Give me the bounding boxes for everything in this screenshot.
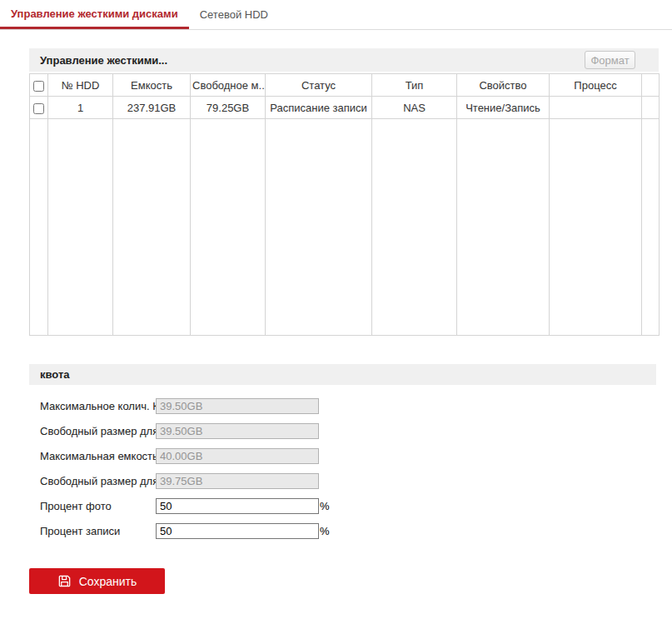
quota-label: Максимальная емкость... [29, 450, 156, 462]
property-cell: Чтение/Запись [457, 97, 550, 119]
col-property: Свойство [457, 74, 550, 97]
max-record-quota-input [156, 448, 319, 464]
save-button-label: Сохранить [79, 575, 137, 588]
quota-panel: квота Максимальное колич. К... Свободный… [29, 364, 656, 543]
quota-row-max-record: Максимальная емкость... [29, 443, 656, 468]
hdd-number-cell: 1 [48, 97, 113, 119]
col-hdd-number: № HDD [48, 74, 113, 97]
quota-label: Процент записи [29, 525, 156, 537]
free-space-cell: 79.25GB [191, 97, 266, 119]
quota-fields: Максимальное колич. К... Свободный разме… [29, 385, 656, 543]
quota-row-max-picture: Максимальное колич. К... [29, 393, 656, 418]
tab-net-hdd[interactable]: Сетевой HDD [189, 0, 279, 29]
col-status: Статус [266, 74, 372, 97]
quota-panel-header: квота [29, 364, 656, 385]
quota-row-free-record: Свободный размер для... [29, 468, 656, 493]
max-picture-quota-input [156, 398, 319, 414]
select-all-cell [30, 74, 48, 97]
select-all-checkbox[interactable] [33, 81, 44, 92]
free-picture-quota-input [156, 423, 319, 439]
tab-hdd-management-label: Управление жесткими дисками [11, 7, 178, 20]
hdd-table-row[interactable]: 1 237.91GB 79.25GB Расписание записи NAS… [30, 97, 660, 119]
col-type: Тип [372, 74, 457, 97]
tab-bar: Управление жесткими дисками Сетевой HDD [0, 0, 672, 30]
quota-label: Процент фото [29, 500, 156, 512]
col-free-space: Свободное м... [191, 74, 266, 97]
percent-sign: % [320, 525, 330, 537]
hdd-settings-page: Управление жесткими дисками Сетевой HDD … [0, 0, 672, 619]
quota-row-picture-percent: Процент фото % [29, 493, 656, 518]
quota-label: Свободный размер для... [29, 425, 156, 437]
picture-percent-input[interactable] [156, 498, 319, 514]
hdd-table-header-row: № HDD Емкость Свободное м... Статус Тип … [30, 74, 660, 97]
hdd-table-empty-area [30, 119, 660, 336]
hdd-table: № HDD Емкость Свободное м... Статус Тип … [29, 73, 660, 336]
percent-sign: % [320, 500, 330, 512]
tab-net-hdd-label: Сетевой HDD [200, 8, 268, 21]
quota-label: Максимальное колич. К... [29, 400, 156, 412]
quota-panel-title: квота [29, 368, 70, 381]
hdd-panel-header: Управление жесткими... Формат [29, 48, 659, 72]
status-cell: Расписание записи [266, 97, 372, 119]
quota-label: Свободный размер для... [29, 475, 156, 487]
save-button[interactable]: Сохранить [29, 568, 165, 594]
col-capacity: Емкость [113, 74, 191, 97]
progress-cell [550, 97, 642, 119]
row-checkbox[interactable] [33, 103, 44, 114]
tab-hdd-management[interactable]: Управление жесткими дисками [0, 0, 189, 29]
col-extra [642, 74, 660, 97]
save-icon [57, 574, 72, 588]
hdd-panel-title: Управление жесткими... [29, 54, 167, 67]
record-percent-input[interactable] [156, 523, 319, 539]
col-progress: Процесс [550, 74, 642, 97]
free-record-quota-input [156, 473, 319, 489]
quota-row-free-picture: Свободный размер для... [29, 418, 656, 443]
extra-cell [642, 97, 660, 119]
quota-row-record-percent: Процент записи % [29, 518, 656, 543]
hdd-management-panel: Управление жесткими... Формат № HDD Емко… [29, 48, 659, 336]
type-cell: NAS [372, 97, 457, 119]
format-button[interactable]: Формат [585, 51, 635, 69]
row-select-cell [30, 97, 48, 119]
capacity-cell: 237.91GB [113, 97, 191, 119]
